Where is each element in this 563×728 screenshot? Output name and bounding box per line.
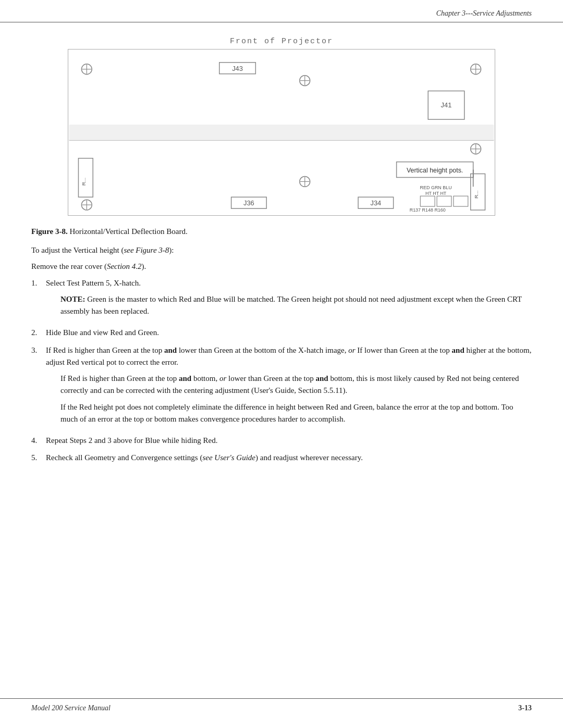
item-text-3: If Red is higher than Green at the top a… (46, 346, 531, 366)
svg-rect-33 (454, 196, 468, 206)
bold-and-4: and (316, 374, 328, 382)
svg-text:HT    HT    HT: HT HT HT (425, 191, 447, 196)
list-item-1: 1. Select Test Pattern 5, X-hatch. NOTE:… (31, 277, 532, 322)
item-content-1: Select Test Pattern 5, X-hatch. NOTE: Gr… (46, 277, 532, 322)
list-item-3: 3. If Red is higher than Green at the to… (31, 344, 532, 430)
screw-tl (81, 64, 92, 75)
header-title: Chapter 3---Service Adjustments (436, 9, 532, 18)
bold-and-1: and (164, 346, 177, 354)
note-text: Green is the master to which Red and Blu… (60, 295, 522, 315)
screw-top-center (300, 76, 310, 86)
pcb-diagram: J43 J41 (68, 49, 495, 216)
svg-text:J41: J41 (441, 101, 452, 109)
figure-caption: Figure 3-8. Horizontal/Vertical Deflecti… (31, 227, 532, 236)
italic-section: Section 4.2 (107, 262, 142, 270)
sub-para-3-1: If Red is higher than Green at the top a… (60, 373, 532, 397)
item-text-4: Repeat Steps 2 and 3 above for Blue whil… (46, 436, 218, 445)
diagram-title: Front of Projector (68, 37, 495, 46)
page-container: Chapter 3---Service Adjustments Front of… (0, 0, 563, 728)
item-num-4: 4. (31, 435, 46, 447)
item-num-3: 3. (31, 344, 46, 356)
sub-para-3-2: If the Red height pot does not completel… (60, 401, 532, 426)
screw-tr (471, 64, 481, 75)
item-content-2: Hide Blue and view Red and Green. (46, 327, 532, 339)
diagram-container: Front of Projector J43 (68, 37, 495, 218)
numbered-list: 1. Select Test Pattern 5, X-hatch. NOTE:… (31, 277, 532, 464)
italic-or-1: or (348, 346, 355, 354)
item-content-5: Recheck all Geometry and Convergence set… (46, 452, 532, 464)
figure-number: Figure 3-8. (31, 227, 68, 236)
footer-right: 3-13 (518, 704, 532, 712)
screw-br-top (471, 144, 481, 154)
svg-rect-14 (69, 125, 494, 140)
svg-text:J43: J43 (232, 65, 243, 72)
svg-rect-32 (437, 196, 451, 206)
item-content-3: If Red is higher than Green at the top a… (46, 344, 532, 430)
screw-bc-left (300, 176, 310, 187)
italic-ref: see Figure 3-8 (124, 246, 169, 254)
list-item-2: 2. Hide Blue and view Red and Green. (31, 327, 532, 339)
figure-text: Horizontal/Vertical Deflection Board. (68, 227, 188, 236)
intro-line2: Remove the rear cover (Section 4.2). (31, 261, 532, 273)
item-text-5: Recheck all Geometry and Convergence set… (46, 453, 363, 462)
svg-text:J36: J36 (243, 199, 254, 207)
svg-text:R...: R... (473, 191, 479, 199)
page-header: Chapter 3---Service Adjustments (0, 0, 563, 22)
svg-text:R137  R148  R160: R137 R148 R160 (410, 207, 446, 213)
item-num-5: 5. (31, 452, 46, 464)
bold-and-2: and (452, 346, 464, 354)
italic-or-2: or (219, 374, 226, 382)
page-footer: Model 200 Service Manual 3-13 (0, 698, 563, 712)
item-content-4: Repeat Steps 2 and 3 above for Blue whil… (46, 435, 532, 447)
note-block-1: NOTE: Green is the master to which Red a… (60, 293, 532, 318)
svg-text:RED  GRN  BLU: RED GRN BLU (420, 185, 452, 190)
screw-bl (81, 200, 92, 210)
list-item-4: 4. Repeat Steps 2 and 3 above for Blue w… (31, 435, 532, 447)
item-text-2: Hide Blue and view Red and Green. (46, 328, 159, 337)
intro-line1: To adjust the Vertical height (see Figur… (31, 244, 532, 256)
diagram-wrapper: Front of Projector J43 (31, 37, 532, 218)
item-num-2: 2. (31, 327, 46, 339)
item-num-1: 1. (31, 277, 46, 289)
svg-rect-31 (420, 196, 435, 206)
list-item-5: 5. Recheck all Geometry and Convergence … (31, 452, 532, 464)
bold-and-3: and (179, 374, 191, 382)
note-label: NOTE: (60, 295, 85, 303)
main-content: Front of Projector J43 (0, 22, 563, 464)
italic-see: see User's Guide (202, 453, 255, 462)
item-text-1: Select Test Pattern 5, X-hatch. (46, 279, 141, 287)
svg-text:J34: J34 (370, 199, 381, 207)
svg-text:Vertical height pots.: Vertical height pots. (407, 167, 463, 174)
svg-text:R...: R... (81, 178, 87, 186)
footer-left: Model 200 Service Manual (31, 704, 111, 712)
